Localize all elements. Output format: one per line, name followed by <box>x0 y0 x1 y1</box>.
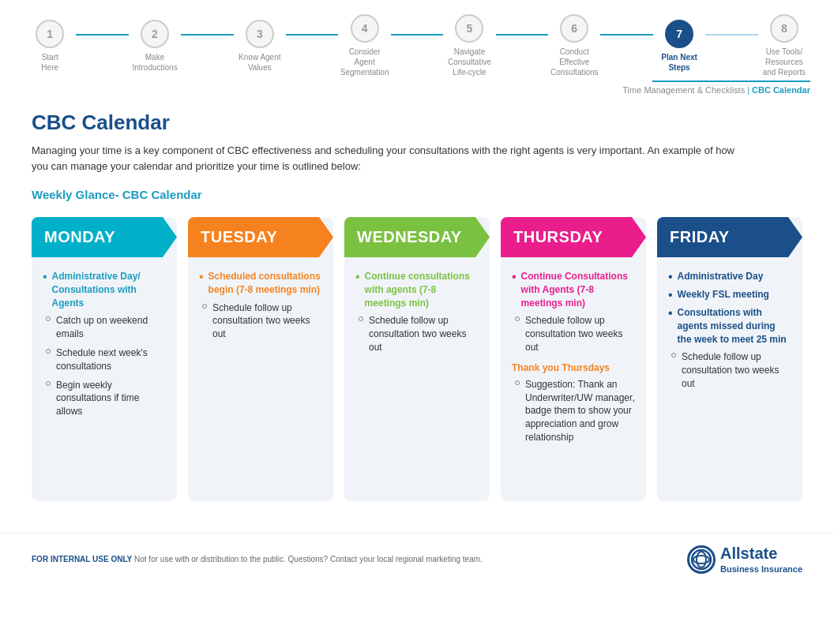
footer: FOR INTERNAL USE ONLY Not for use with o… <box>0 533 834 585</box>
step-label-1: Start Here <box>41 52 58 73</box>
main-bullet-dot: • <box>668 289 673 301</box>
step-circle-3: 3 <box>246 20 274 48</box>
step-circle-1: 1 <box>36 20 64 48</box>
main-bullet: •Continue consultations with agents (7-8… <box>355 270 479 309</box>
step-circle-5: 5 <box>455 14 483 43</box>
step-line-4 <box>391 34 443 36</box>
sub-item: Catch up on weekend emails <box>46 314 166 341</box>
breadcrumb-wrapper: Time Management & Checklists | CBC Calen… <box>0 80 834 95</box>
step-label-8: Use Tools/ Resources and Reports <box>763 47 806 77</box>
day-header-thursday: THURSDAY <box>501 217 646 257</box>
step-line-5 <box>496 34 548 36</box>
step-label-5: Navigate Consultative Life-cycle <box>448 47 491 77</box>
main-bullet-dot: • <box>668 271 673 283</box>
sub-bullet-icon <box>671 353 676 358</box>
day-body-friday: •Administrative Day•Weekly FSL meeting•C… <box>657 257 802 501</box>
extra-section-title: Thank you Thursdays <box>512 362 635 373</box>
day-card-wednesday: WEDNESDAY•Continue consultations with ag… <box>344 217 490 501</box>
sub-item: Suggestion: Thank an Underwriter/UW mana… <box>515 378 635 444</box>
step-label-3: Know Agent Values <box>239 52 280 73</box>
main-content: CBC Calendar Managing your time is a key… <box>0 95 834 525</box>
day-body-monday: •Administrative Day/ Consultations with … <box>32 257 177 501</box>
day-card-thursday: THURSDAY•Continue Consultations with Age… <box>501 217 646 501</box>
footer-legal-text: Not for use with or distribution to the … <box>134 555 483 564</box>
step-circle-4: 4 <box>351 14 379 43</box>
main-bullet-dot: • <box>199 271 204 283</box>
breadcrumb-parent[interactable]: Time Management & Checklists <box>622 85 745 95</box>
step-line-1 <box>76 34 128 36</box>
sub-item: Schedule follow up consultation two week… <box>359 314 479 354</box>
sub-item-text: Schedule follow up consultation two week… <box>525 314 635 354</box>
day-body-thursday: •Continue Consultations with Agents (7-8… <box>501 257 646 501</box>
footer-legal: FOR INTERNAL USE ONLY Not for use with o… <box>32 555 483 564</box>
step-line-6 <box>600 34 652 36</box>
sub-item: Schedule follow up consultation two week… <box>515 314 635 354</box>
section-title: Weekly Glance- CBC Calendar <box>32 188 802 201</box>
allstate-sub: Business Insurance <box>720 564 802 574</box>
main-bullet-text: Continue Consultations with Agents (7-8 … <box>521 270 635 309</box>
sub-bullet-icon <box>359 316 363 321</box>
svg-point-1 <box>697 552 706 567</box>
main-bullet-text: Continue consultations with agents (7-8 … <box>365 270 479 309</box>
step-5: 5Navigate Consultative Life-cycle <box>443 14 495 77</box>
sub-bullet-icon <box>515 316 520 321</box>
allstate-logo: Allstate Business Insurance <box>687 545 802 574</box>
main-bullet-text: Administrative Day/ Consultations with A… <box>52 270 166 309</box>
sub-bullet-icon <box>46 316 51 321</box>
sub-item-text: Suggestion: Thank an Underwriter/UW mana… <box>525 378 635 444</box>
step-circle-2: 2 <box>141 20 169 48</box>
step-6: 6Conduct Effective Consultations <box>548 14 600 77</box>
main-bullet-dot: • <box>668 307 673 320</box>
sub-item-text: Schedule next week's consultations <box>56 346 166 373</box>
sub-bullet-icon <box>46 349 51 354</box>
sub-bullet-icon <box>46 381 51 386</box>
sub-item: Schedule follow up consultation two week… <box>202 301 322 341</box>
step-circle-6: 6 <box>560 14 588 43</box>
day-header-wednesday: WEDNESDAY <box>344 217 490 257</box>
step-line-3 <box>286 34 338 36</box>
main-bullet-dot: • <box>355 271 360 283</box>
step-1: 1Start Here <box>24 20 76 73</box>
allstate-circle-icon <box>687 545 716 574</box>
step-3: 3Know Agent Values <box>234 20 286 73</box>
main-bullet: •Consultations with agents missed during… <box>668 306 791 346</box>
calendar-grid: MONDAY•Administrative Day/ Consultations… <box>32 217 802 501</box>
main-bullet-dot: • <box>43 271 47 283</box>
main-bullet-text: Consultations with agents missed during … <box>678 306 791 346</box>
sub-item-text: Schedule follow up consultation two week… <box>212 301 322 341</box>
step-2: 2Make Introductions <box>129 20 181 73</box>
day-header-monday: MONDAY <box>32 217 177 257</box>
step-label-6: Conduct Effective Consultations <box>550 47 599 77</box>
allstate-name: Allstate <box>720 545 802 563</box>
page-title: CBC Calendar <box>32 110 802 135</box>
sub-item-text: Schedule follow up consultation two week… <box>682 350 791 390</box>
day-card-tuesday: TUESDAY•Scheduled consultations begin (7… <box>188 217 333 501</box>
sub-item-text: Catch up on weekend emails <box>56 314 166 341</box>
step-line-7 <box>705 34 757 36</box>
sub-item-text: Begin weekly consultations if time allow… <box>56 379 166 418</box>
sub-bullet-icon <box>515 380 520 385</box>
step-7: 7Plan Next Steps <box>653 20 705 73</box>
step-8: 8Use Tools/ Resources and Reports <box>758 14 810 77</box>
main-bullet: •Administrative Day <box>668 270 791 283</box>
breadcrumb-current[interactable]: CBC Calendar <box>752 85 810 95</box>
step-label-2: Make Introductions <box>132 52 177 73</box>
main-bullet: •Continue Consultations with Agents (7-8… <box>512 270 635 309</box>
sub-item-text: Schedule follow up consultation two week… <box>369 314 479 354</box>
day-header-tuesday: TUESDAY <box>188 217 333 257</box>
footer-legal-bold: FOR INTERNAL USE ONLY <box>32 555 132 564</box>
day-header-friday: FRIDAY <box>657 217 802 257</box>
main-bullet-dot: • <box>512 271 517 283</box>
sub-item: Begin weekly consultations if time allow… <box>46 379 166 418</box>
step-4: 4Consider Agent Segmentation <box>338 14 390 77</box>
main-bullet: •Weekly FSL meeting <box>668 288 791 301</box>
main-bullet-text: Administrative Day <box>678 270 764 283</box>
day-body-tuesday: •Scheduled consultations begin (7-8 meet… <box>188 257 333 501</box>
day-card-monday: MONDAY•Administrative Day/ Consultations… <box>32 217 177 501</box>
day-body-wednesday: •Continue consultations with agents (7-8… <box>344 257 490 501</box>
main-bullet: •Administrative Day/ Consultations with … <box>43 270 166 309</box>
step-label-7: Plan Next Steps <box>661 52 697 73</box>
step-label-4: Consider Agent Segmentation <box>338 47 390 77</box>
main-bullet-text: Weekly FSL meeting <box>678 288 769 301</box>
step-circle-7: 7 <box>665 20 693 48</box>
